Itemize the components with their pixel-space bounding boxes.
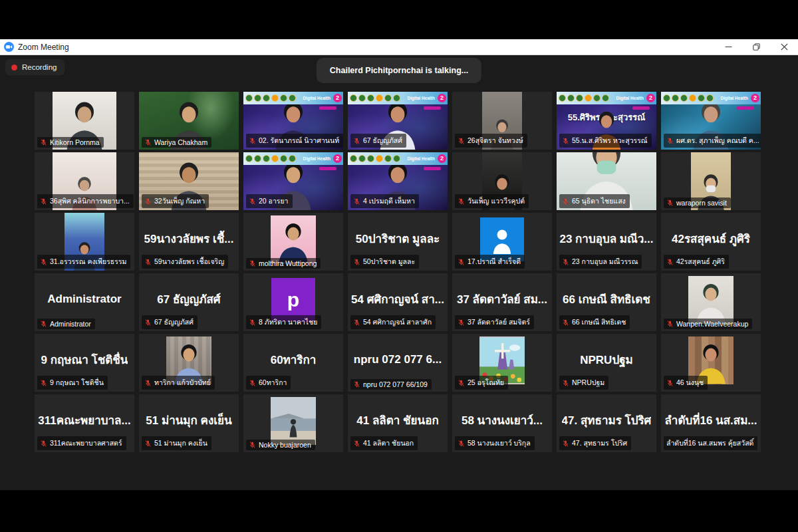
banner-pill bbox=[319, 106, 336, 110]
participant-tile[interactable]: วันเพ็ญ แวววีรคุปต์ bbox=[452, 152, 552, 210]
zoom-meeting-window: Zoom Meeting Recording Chailerd Pichitpo… bbox=[0, 0, 798, 532]
participant-tile[interactable]: 54 ศศิกาญจน์ สา... 54 ศศิกาญจน์ สาลาศัก bbox=[348, 273, 448, 331]
mic-muted-icon bbox=[353, 137, 360, 145]
participant-name-text: 8 ภัทริดา นาคาไชย bbox=[259, 317, 317, 328]
participant-display-name: 9 กฤษณา โชติชื่น bbox=[41, 350, 128, 375]
mic-muted-icon bbox=[40, 320, 47, 328]
participant-tile[interactable]: Wariya Chakham bbox=[139, 92, 239, 150]
mic-muted-icon bbox=[666, 137, 674, 145]
mic-muted-icon bbox=[562, 137, 569, 145]
participant-tile[interactable]: 41 ลลิตา ชัยนอก 41 ลลิตา ชัยนอก bbox=[348, 394, 448, 452]
participant-name-text: 65 นุธิดา ไชยแสง bbox=[572, 196, 626, 207]
digital-health-banner: Digital Health 2 bbox=[348, 152, 448, 165]
avatar-letter: p bbox=[287, 290, 299, 310]
participant-tile[interactable]: molthira Wuttipong bbox=[243, 213, 343, 271]
participant-display-name: npru 072 077 6... bbox=[354, 353, 442, 373]
banner-pill bbox=[424, 106, 441, 110]
participant-tile[interactable]: 26สุจิตรา จันทวงษ์ bbox=[452, 92, 552, 150]
participant-name-label: 4 เปรมฤดี เห็มหา bbox=[350, 194, 419, 208]
participant-display-name: 47. สุทธามร โปริศ bbox=[562, 411, 652, 436]
participant-tile[interactable]: 66 เกษณี สิทธิเดช 66 เกษณี สิทธิเดช bbox=[557, 273, 656, 331]
participant-tile[interactable]: 25 อรุโณทัย bbox=[452, 334, 552, 392]
mic-muted-icon bbox=[40, 198, 47, 205]
minimize-button[interactable] bbox=[714, 39, 742, 55]
participant-tile[interactable]: Digital Health 2 67 ธัญญภัสศ์ bbox=[348, 92, 448, 150]
participant-name-text: 17.ปราณี สำเร็จดี bbox=[467, 256, 521, 267]
participant-tile[interactable]: Administrator Administrator bbox=[35, 273, 134, 331]
mic-muted-icon bbox=[249, 319, 256, 327]
mic-muted-icon bbox=[353, 198, 360, 205]
participant-tile[interactable]: ทาริกา แก้วบัวบัทย์ bbox=[139, 334, 239, 392]
mic-muted-icon bbox=[40, 258, 47, 266]
participant-display-name: 54 ศศิกาญจน์ สา... bbox=[351, 290, 444, 315]
participant-tile[interactable]: p 8 ภัทริดา นาคาไชย bbox=[243, 273, 343, 331]
participant-avatar bbox=[271, 397, 316, 445]
participant-tile[interactable]: 31.อรวรรณ คงเพียรธรรม bbox=[35, 213, 134, 271]
digital-health-badge: 2 bbox=[438, 94, 446, 102]
participant-tile[interactable]: 58 นางนงเยาว์... 58 นางนงเยาว์ บริกุล bbox=[452, 394, 552, 452]
participant-tile[interactable]: 47. สุทธามร โปริศ 47. สุทธามร โปริศ bbox=[557, 394, 656, 452]
participant-tile[interactable]: 60ทาริกา 60ทาริกา bbox=[243, 334, 343, 392]
participant-tile[interactable]: 23 กาบอุบล มณีว... 23 กาบอุบล มณีวรรณ bbox=[557, 213, 656, 271]
participant-tile[interactable]: 32วันเพ็ญ กัณหา bbox=[139, 152, 239, 210]
digital-health-badge: 2 bbox=[751, 94, 759, 102]
participant-tile[interactable]: ลำดับที่16 นส.สม...ลำดับที่16 นส.สมพร คุ… bbox=[661, 394, 761, 452]
participant-tile[interactable]: 51 ม่านมุก คงเย็น 51 ม่านมุก คงเย็น bbox=[139, 394, 239, 452]
mic-muted-icon bbox=[249, 198, 256, 205]
participant-tile[interactable]: 46 นงนุช bbox=[661, 334, 761, 392]
participant-tile[interactable]: NPRUปฐม NPRUปฐม bbox=[557, 334, 656, 392]
participant-name-text: 4 เปรมฤดี เห็มหา bbox=[363, 196, 415, 207]
participant-tile[interactable]: 37 ลัดดาวัลย์ สม... 37 ลัดดาวัลย์ สมจิตร… bbox=[452, 273, 552, 331]
participant-name-label: 42รสสุคนธ์ ภูศิริ bbox=[664, 255, 729, 269]
participant-tile[interactable]: Digital Health 2 4 เปรมฤดี เห็มหา bbox=[348, 152, 448, 210]
participant-name-text: Administrator bbox=[50, 320, 91, 328]
banner-pill bbox=[424, 167, 441, 170]
participant-tile[interactable]: waraporn savisit bbox=[661, 152, 761, 210]
mic-muted-icon bbox=[249, 379, 256, 387]
mic-muted-icon bbox=[144, 379, 152, 387]
participant-tile[interactable]: 59นางวลัยพร เชื้... 59นางวลัยพร เชื้อเจร… bbox=[139, 213, 239, 271]
participant-tile[interactable]: 17.ปราณี สำเร็จดี bbox=[452, 213, 552, 271]
mic-muted-icon bbox=[562, 258, 569, 266]
participant-tile[interactable]: 42รสสุคนธ์ ภูศิริ 42รสสุคนธ์ ภูศิริ bbox=[661, 213, 761, 271]
participant-tile[interactable]: 65 นุธิดา ไชยแสง bbox=[557, 152, 656, 210]
mic-muted-icon bbox=[562, 379, 569, 387]
participant-name-text: 9 กฤษณา โชติชื่น bbox=[50, 377, 104, 388]
digital-health-badge: 2 bbox=[333, 94, 342, 102]
participant-tile[interactable]: Digital Health 2 55.ศิริพร หวะสุวรรณ์ 55… bbox=[557, 92, 656, 150]
participant-tile[interactable]: Wanpen.Waelveerakup bbox=[661, 273, 761, 331]
participant-name-label: waraporn savisit bbox=[664, 198, 731, 208]
recording-indicator: Recording bbox=[5, 59, 65, 75]
participant-tile[interactable]: 36สุพิศ คลินิกการพยาบา... bbox=[35, 152, 134, 210]
restore-button[interactable] bbox=[742, 39, 770, 55]
participant-name-text: 31.อรวรรณ คงเพียรธรรม bbox=[50, 256, 126, 267]
participant-display-name: Administrator bbox=[47, 293, 121, 313]
participant-name-text: 67 ธัญญภัสศ์ bbox=[154, 317, 194, 328]
participant-tile[interactable]: 9 กฤษณา โชติชื่น 9 กฤษณา โชติชื่น bbox=[35, 334, 134, 392]
participant-tile[interactable]: 50ปาริชาต มูลละ 50ปาริชาต มูลละ bbox=[348, 213, 448, 271]
participant-tile[interactable]: 311คณะพยาบาล... 311คณะพยาบาลศาสตร์ bbox=[35, 394, 134, 452]
participant-name-text: 54 ศศิกาญจน์ สาลาศัก bbox=[363, 317, 432, 328]
mic-muted-icon bbox=[144, 319, 152, 327]
close-button[interactable] bbox=[770, 39, 798, 55]
participant-tile[interactable]: Digital Health 2 02. รัตนาภรณ์ นิวาศานนท… bbox=[243, 92, 343, 150]
participant-name-label: 37 ลัดดาวัลย์ สมจิตร์ bbox=[455, 315, 534, 329]
participant-display-name: 42รสสุคนธ์ ภูศิริ bbox=[672, 229, 750, 254]
participant-tile[interactable]: 67 ธัญญภัสศ์ 67 ธัญญภัสศ์ bbox=[139, 273, 239, 331]
participant-display-name: 50ปาริชาต มูลละ bbox=[356, 229, 440, 254]
mic-muted-icon bbox=[458, 137, 465, 145]
participant-tile[interactable]: npru 072 077 6... npru 072 077 66/109 bbox=[348, 334, 448, 392]
participant-name-label: 9 กฤษณา โชติชื่น bbox=[37, 376, 108, 390]
participant-name-label: 54 ศศิกาญจน์ สาลาศัก bbox=[350, 315, 436, 329]
participant-name-label: 23 กาบอุบล มณีวรรณ bbox=[559, 255, 642, 269]
beach-photo bbox=[271, 397, 316, 445]
participant-avatar bbox=[688, 276, 733, 324]
participant-name-text: 41 ลลิตา ชัยนอก bbox=[363, 438, 414, 449]
participant-name-label: ผศ.ดร. สุภาเพ็ญ คณบดี ค... bbox=[664, 134, 761, 148]
participant-tile[interactable]: Digital Health 2 20 อารยา bbox=[243, 152, 343, 210]
participant-tile[interactable]: Nokky buajaroen bbox=[243, 394, 343, 452]
participant-name-label: 67 ธัญญภัสศ์ bbox=[350, 134, 406, 148]
participant-tile[interactable]: Digital Health 2 ผศ.ดร. สุภาเพ็ญ คณบดี ค… bbox=[661, 92, 761, 150]
participant-tile[interactable]: Kitikorn Pornma bbox=[35, 92, 134, 150]
participant-display-name: 41 ลลิตา ชัยนอก bbox=[356, 411, 438, 436]
